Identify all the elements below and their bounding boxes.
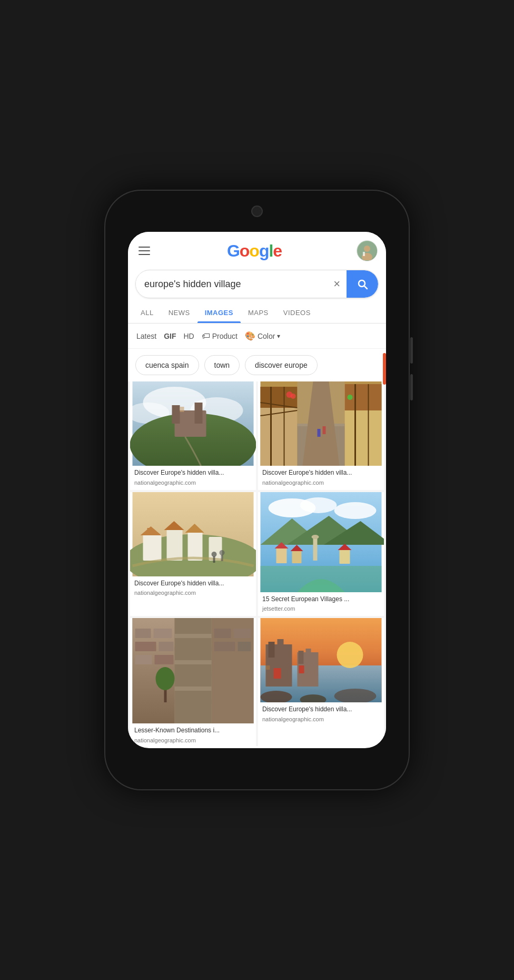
chip-cuenca-label: cuenca spain bbox=[145, 361, 189, 369]
color-icon: 🎨 bbox=[245, 331, 255, 341]
image-6-caption: Discover Europe's hidden villa... bbox=[258, 702, 384, 715]
svg-rect-78 bbox=[175, 647, 212, 651]
related-row: cuenca spain town discover europe bbox=[128, 349, 386, 381]
filter-gif[interactable]: GIF bbox=[163, 330, 177, 342]
search-button[interactable] bbox=[347, 270, 378, 298]
svg-rect-36 bbox=[167, 529, 183, 561]
svg-rect-57 bbox=[292, 550, 302, 563]
filter-color[interactable]: 🎨 Color ▾ bbox=[244, 329, 281, 343]
chip-discover[interactable]: discover europe bbox=[245, 355, 318, 375]
svg-rect-68 bbox=[135, 642, 156, 651]
svg-rect-72 bbox=[214, 629, 231, 638]
volume-button-2 bbox=[410, 374, 413, 400]
chip-town[interactable]: town bbox=[204, 355, 240, 375]
volume-button-1 bbox=[410, 337, 413, 364]
search-icon bbox=[356, 278, 369, 290]
header: Google bbox=[128, 232, 386, 266]
svg-rect-95 bbox=[306, 649, 311, 664]
filter-gif-label: GIF bbox=[164, 332, 176, 340]
image-card-6[interactable]: Discover Europe's hidden villa... nation… bbox=[258, 618, 384, 746]
svg-point-45 bbox=[220, 550, 225, 555]
svg-rect-59 bbox=[340, 549, 350, 564]
svg-rect-34 bbox=[143, 534, 162, 561]
svg-point-43 bbox=[212, 552, 217, 557]
image-results: Discover Europe's hidden villa... nation… bbox=[128, 381, 386, 746]
svg-point-26 bbox=[348, 395, 353, 400]
image-1-thumb bbox=[130, 381, 256, 466]
filter-latest-label: Latest bbox=[136, 332, 156, 340]
svg-point-25 bbox=[291, 394, 296, 399]
svg-rect-79 bbox=[175, 660, 212, 664]
svg-rect-12 bbox=[180, 407, 184, 412]
image-6-source: nationalgeographic.com bbox=[258, 715, 384, 727]
logo-e: e bbox=[273, 241, 282, 260]
svg-point-84 bbox=[156, 667, 175, 690]
svg-rect-94 bbox=[299, 651, 304, 664]
phone-screen: Google europe's hidden village × bbox=[128, 232, 386, 748]
image-card-4[interactable]: 15 Secret European Villages ... jetsette… bbox=[258, 492, 384, 616]
image-4-source: jetsetter.com bbox=[258, 604, 384, 616]
color-dropdown-icon: ▾ bbox=[277, 332, 280, 340]
svg-rect-44 bbox=[213, 556, 215, 563]
svg-point-87 bbox=[337, 642, 363, 668]
image-3-caption: Discover Europe's hidden villa... bbox=[130, 576, 256, 589]
image-3-thumb bbox=[130, 492, 256, 576]
chip-cuenca[interactable]: cuenca spain bbox=[135, 355, 199, 375]
svg-rect-69 bbox=[159, 642, 174, 651]
tab-news[interactable]: NEWS bbox=[161, 302, 197, 323]
tab-videos[interactable]: VIDEOS bbox=[276, 302, 318, 323]
svg-rect-61 bbox=[313, 537, 318, 561]
scroll-indicator bbox=[383, 353, 386, 385]
google-logo: Google bbox=[227, 241, 282, 261]
svg-point-62 bbox=[312, 535, 319, 539]
filter-product[interactable]: 🏷 Product bbox=[201, 329, 239, 343]
tab-maps[interactable]: MAPS bbox=[241, 302, 276, 323]
image-6-thumb bbox=[258, 618, 384, 702]
svg-rect-40 bbox=[209, 537, 222, 561]
clear-button[interactable]: × bbox=[327, 278, 347, 290]
product-icon: 🏷 bbox=[202, 331, 210, 341]
search-bar: europe's hidden village × bbox=[135, 270, 379, 298]
search-input[interactable]: europe's hidden village bbox=[136, 271, 327, 297]
svg-point-49 bbox=[300, 497, 337, 513]
filter-hd-label: HD bbox=[183, 332, 194, 340]
svg-rect-10 bbox=[172, 405, 180, 424]
logo-g: g bbox=[259, 241, 269, 260]
svg-rect-54 bbox=[261, 566, 382, 592]
image-5-source: nationalgeographic.com bbox=[130, 736, 256, 746]
svg-rect-81 bbox=[175, 687, 212, 691]
svg-rect-91 bbox=[266, 665, 270, 670]
image-5-caption: Lesser-Known Destinations i... bbox=[130, 723, 256, 736]
chip-town-label: town bbox=[214, 361, 230, 369]
image-4-thumb bbox=[258, 492, 384, 592]
svg-rect-3 bbox=[363, 252, 365, 256]
image-4-caption: 15 Secret European Villages ... bbox=[258, 592, 384, 605]
filter-row: Latest GIF HD 🏷 Product 🎨 Color ▾ bbox=[128, 324, 386, 349]
image-1-source: nationalgeographic.com bbox=[130, 478, 256, 490]
image-3-source: nationalgeographic.com bbox=[130, 589, 256, 600]
image-card-1[interactable]: Discover Europe's hidden villa... nation… bbox=[130, 381, 256, 490]
svg-point-50 bbox=[334, 502, 377, 519]
image-card-3[interactable]: Discover Europe's hidden villa... nation… bbox=[130, 492, 256, 616]
svg-rect-73 bbox=[234, 629, 251, 638]
nav-tabs: ALL NEWS IMAGES MAPS VIDEOS bbox=[128, 302, 386, 324]
svg-rect-66 bbox=[135, 629, 151, 638]
image-card-2[interactable]: Discover Europe's hidden villa... nation… bbox=[258, 381, 384, 490]
svg-rect-70 bbox=[135, 655, 152, 664]
filter-latest[interactable]: Latest bbox=[135, 330, 157, 342]
svg-rect-74 bbox=[214, 642, 235, 651]
image-card-5[interactable]: Lesser-Known Destinations i... nationalg… bbox=[130, 618, 256, 746]
chip-discover-label: discover europe bbox=[255, 361, 308, 369]
svg-point-1 bbox=[364, 246, 370, 252]
svg-rect-30 bbox=[318, 429, 321, 437]
svg-rect-71 bbox=[155, 655, 174, 664]
tab-images[interactable]: IMAGES bbox=[197, 302, 241, 323]
svg-rect-90 bbox=[278, 639, 284, 660]
logo-o2: o bbox=[249, 241, 259, 260]
menu-button[interactable] bbox=[136, 244, 152, 257]
filter-hd[interactable]: HD bbox=[182, 330, 195, 342]
svg-rect-11 bbox=[195, 403, 203, 424]
filter-color-label: Color bbox=[258, 332, 275, 340]
tab-all[interactable]: ALL bbox=[133, 302, 161, 323]
avatar[interactable] bbox=[357, 240, 378, 261]
